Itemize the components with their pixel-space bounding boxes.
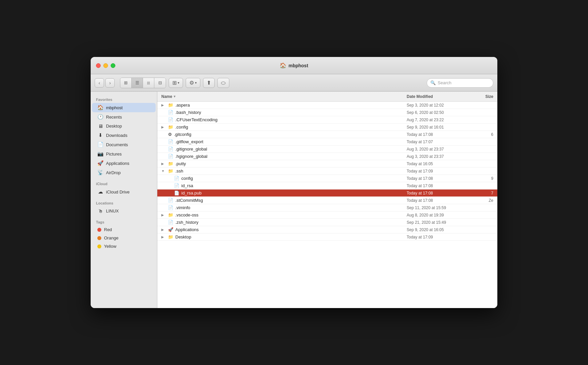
table-row[interactable]: ▶ 📁 .vscode-oss Aug 8, 2020 at 19:39 [157,211,497,219]
table-row[interactable]: ▶ 📁 Desktop Today at 17:09 [157,233,497,241]
file-name: .ssh [175,169,183,174]
group-arrow: ▾ [178,81,179,85]
table-row[interactable]: 📄 .CFUserTextEncoding Aug 7, 2020 at 23:… [157,116,497,124]
tag-button[interactable]: ⬭ [217,78,229,88]
file-name-cell: 📄 .bash_history [161,110,407,115]
expand-arrow[interactable]: ▶ [161,235,166,239]
table-row[interactable]: ⚙ .gitconfig Today at 17:08 6 [157,131,497,138]
folder-icon: 📁 [168,103,173,108]
sidebar-item-tag-red[interactable]: Red [92,225,156,234]
file-icon: 📄 [174,183,179,188]
sidebar-label-pictures: Pictures [106,152,122,157]
file-name-cell: 📄 .zsh_history [161,220,407,225]
table-row-selected[interactable]: 📄 id_rsa.pub Today at 17:08 7 [157,189,497,197]
table-row[interactable]: 📄 .zsh_history Sep 21, 2020 at 15:49 [157,219,497,226]
folder-icon: 📁 [168,125,173,130]
expand-arrow[interactable]: ▶ [161,103,166,107]
table-row[interactable]: ▶ 📁 .aspera Sep 3, 2020 at 12:02 [157,102,497,109]
expand-arrow[interactable]: ▶ [161,228,166,231]
search-placeholder: Search [438,80,451,85]
table-row[interactable]: 📄 .stCommitMsg Today at 17:08 Ze [157,197,497,204]
red-tag-dot [97,228,101,232]
column-name-header[interactable]: Name ▾ [161,94,407,99]
minimize-button[interactable] [103,63,108,68]
file-name-cell: 📄 config [161,176,407,181]
sidebar-item-desktop[interactable]: 🖥 Desktop [92,122,156,131]
yellow-tag-dot [97,244,101,248]
table-row[interactable]: 📄 .bash_history Sep 6, 2020 at 02:50 [157,109,497,116]
forward-button[interactable]: › [105,78,115,88]
window-title-area: 🏠 mbphost [280,62,308,69]
table-row[interactable]: 📄 id_rsa Today at 17:08 [157,182,497,189]
file-date: Sep 3, 2020 at 12:02 [407,103,473,108]
sidebar-label-red: Red [104,227,112,232]
table-row[interactable]: 📄 .gitignore_global Aug 3, 2020 at 23:37 [157,146,497,153]
sidebar-item-icloud-drive[interactable]: ☁ iCloud Drive [92,187,156,196]
file-name-cell: 📄 .gitflow_export [161,139,407,144]
date-column-label: Date Modified [407,94,433,99]
sidebar-item-tag-yellow[interactable]: Yellow [92,242,156,250]
maximize-button[interactable] [111,63,115,68]
table-row[interactable]: ▼ 📁 .ssh Today at 17:09 [157,168,497,175]
expand-arrow[interactable]: ▶ [161,162,166,166]
search-icon: 🔍 [430,80,436,85]
icon-view-button[interactable]: ⊞ [120,78,132,88]
file-date: Today at 17:08 [407,183,473,188]
column-view-button[interactable]: ⫼ [143,78,154,88]
sidebar-item-applications[interactable]: 🚀 Applications [92,159,156,168]
file-name: id_rsa [181,183,193,188]
sidebar-label-airdrop: AirDrop [106,170,121,175]
expand-arrow[interactable]: ▶ [161,213,166,217]
sidebar-item-tag-orange[interactable]: Orange [92,234,156,242]
group-button[interactable]: ⊞ ▾ [169,78,183,88]
finder-window: 🏠 mbphost ‹ › ⊞ ☰ ⫼ ⊟ ⊞ ▾ ⚙ ▾ ⬆ ⬭ [91,57,497,308]
table-row[interactable]: ▶ 📁 .config Sep 9, 2020 at 16:01 [157,124,497,131]
sidebar-item-downloads[interactable]: ⬇ Downloads [92,131,156,140]
file-size: 6 [473,132,493,137]
folder-icon: 📁 [168,234,173,239]
table-row[interactable]: 📄 .hgignore_global Aug 3, 2020 at 23:37 [157,153,497,160]
file-name-cell: 📄 .CFUserTextEncoding [161,117,407,122]
gallery-view-button[interactable]: ⊟ [154,78,166,88]
titlebar: 🏠 mbphost [91,57,497,74]
file-date: Sep 11, 2020 at 15:59 [407,205,473,210]
folder-icon: 📁 [168,212,173,217]
share-button[interactable]: ⬆ [203,78,215,88]
desktop-icon: 🖥 [97,123,103,129]
sidebar-item-mbphost[interactable]: 🏠 mbphost [92,103,156,112]
file-name-cell: ▶ 📁 .vscode-oss [161,212,407,217]
sidebar-item-pictures[interactable]: 📷 Pictures [92,149,156,159]
column-size-header[interactable]: Size [473,94,493,99]
table-row[interactable]: ▶ 📁 .putty Today at 16:05 [157,160,497,168]
close-button[interactable] [96,63,101,68]
icloud-label: iCloud [91,180,157,187]
table-row[interactable]: 📄 .viminfo Sep 11, 2020 at 15:59 [157,204,497,211]
file-name-cell: ⚙ .gitconfig [161,132,407,137]
table-row[interactable]: 📄 .gitflow_export Today at 17:07 [157,138,497,146]
list-view-button[interactable]: ☰ [132,78,143,88]
sidebar-item-documents[interactable]: 📄 Documents [92,140,156,149]
action-button[interactable]: ⚙ ▾ [186,78,200,88]
sidebar-item-recents[interactable]: 🕐 Recents [92,112,156,122]
folder-special-icon: 🚀 [168,227,173,232]
back-button[interactable]: ‹ [95,78,104,88]
file-date: Today at 17:08 [407,132,473,137]
gear-icon: ⚙ [189,80,194,86]
file-date: Aug 3, 2020 at 23:37 [407,147,473,152]
main-content: Favorites 🏠 mbphost 🕐 Recents 🖥 Desktop … [91,92,497,308]
sidebar: Favorites 🏠 mbphost 🕐 Recents 🖥 Desktop … [91,92,157,308]
file-date: Aug 3, 2020 at 23:37 [407,154,473,159]
column-date-header[interactable]: Date Modified [407,94,473,99]
orange-tag-dot [97,236,101,240]
file-date: Today at 17:07 [407,140,473,144]
table-row[interactable]: ▶ 🚀 Applications Sep 9, 2020 at 16:05 [157,226,497,233]
table-row[interactable]: 📄 config Today at 17:08 9 [157,175,497,182]
tags-label: Tags [91,218,157,225]
sidebar-item-linux[interactable]: 🖱 LINUX [92,206,156,215]
search-box[interactable]: 🔍 Search [427,78,493,88]
file-name-cell: ▶ 📁 Desktop [161,234,407,239]
expand-arrow[interactable]: ▶ [161,125,166,129]
expand-arrow[interactable]: ▼ [161,169,166,173]
file-date: Today at 17:09 [407,235,473,239]
sidebar-item-airdrop[interactable]: 📡 AirDrop [92,168,156,177]
